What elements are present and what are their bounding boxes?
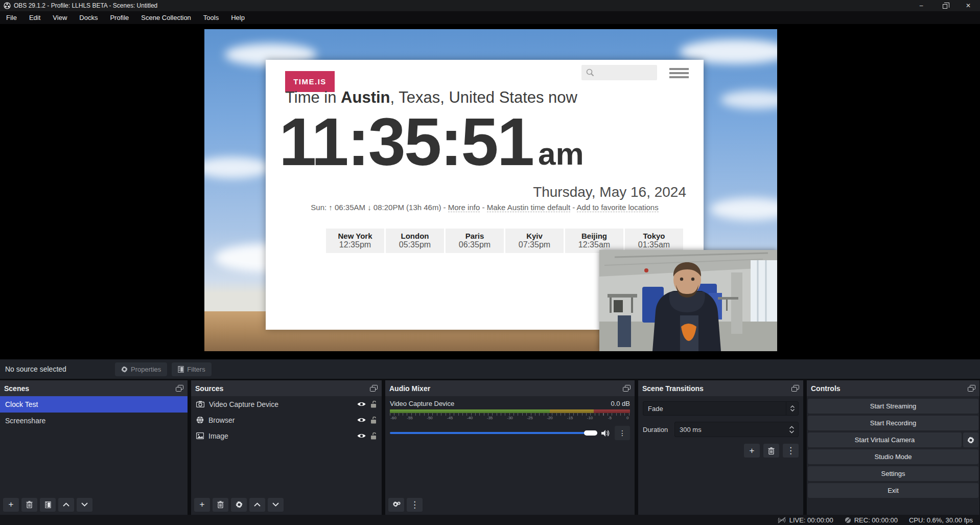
- city-time: 12:35am: [565, 240, 623, 249]
- popout-icon[interactable]: [968, 385, 975, 392]
- source-row-image[interactable]: Image: [191, 428, 382, 444]
- scene-preview[interactable]: TIME.IS Time in Austin, Texas, United St…: [204, 29, 777, 351]
- preview-canvas[interactable]: TIME.IS Time in Austin, Texas, United St…: [0, 24, 980, 359]
- unlock-icon[interactable]: [370, 401, 377, 408]
- source-move-up-button[interactable]: [249, 498, 265, 512]
- dock-area: Scenes Clock Test Screenshare + Sourc: [0, 379, 980, 515]
- menu-file[interactable]: File: [0, 11, 23, 24]
- popout-icon[interactable]: [791, 385, 799, 392]
- source-row-browser[interactable]: Browser: [191, 412, 382, 428]
- popout-icon[interactable]: [623, 385, 631, 392]
- menu-help[interactable]: Help: [225, 11, 251, 24]
- record-inactive-icon: [845, 517, 851, 523]
- virtual-camera-settings-button[interactable]: [963, 432, 978, 447]
- menu-edit[interactable]: Edit: [23, 11, 46, 24]
- scene-move-up-button[interactable]: [58, 498, 74, 512]
- sun-times: Sun: ↑ 06:35AM ↓ 08:20PM (13h 46m): [311, 203, 441, 212]
- volume-slider-handle[interactable]: [584, 430, 597, 436]
- separator: -: [482, 203, 484, 212]
- restore-button[interactable]: [933, 0, 956, 11]
- trash-icon: [768, 447, 775, 454]
- trash-icon: [26, 501, 33, 508]
- heading-city: Austin: [341, 88, 390, 106]
- mixer-options-button[interactable]: ⋮: [615, 426, 630, 440]
- source-row-video-capture[interactable]: Video Capture Device: [191, 396, 382, 412]
- controls-title: Controls: [811, 384, 841, 393]
- add-scene-button[interactable]: +: [3, 498, 19, 512]
- unlock-icon[interactable]: [370, 432, 377, 440]
- city-time: 07:35pm: [505, 240, 564, 249]
- controls-body: Start Streaming Start Recording Start Vi…: [807, 396, 979, 515]
- start-streaming-button[interactable]: Start Streaming: [808, 399, 978, 414]
- rec-time: REC: 00:00:00: [854, 516, 898, 524]
- remove-scene-button[interactable]: [21, 498, 37, 512]
- image-icon: [196, 432, 204, 439]
- scenes-header: Scenes: [0, 380, 188, 396]
- transition-select-arrows[interactable]: [786, 402, 798, 415]
- filters-label: Filters: [187, 366, 205, 373]
- popout-icon[interactable]: [370, 385, 378, 392]
- mixer-menu-button[interactable]: ⋮: [407, 498, 423, 512]
- scene-filters-button[interactable]: [40, 498, 56, 512]
- eye-icon[interactable]: [357, 401, 366, 407]
- chevron-up-icon: [790, 405, 795, 408]
- duration-spinbox[interactable]: 300 ms: [674, 422, 799, 437]
- world-clock-row: New York12:35pm London05:35pm Paris06:35…: [326, 229, 683, 253]
- menu-profile[interactable]: Profile: [104, 11, 135, 24]
- speaker-icon[interactable]: [601, 429, 611, 437]
- minimize-button[interactable]: –: [909, 0, 933, 11]
- city-card: New York12:35pm: [326, 229, 384, 253]
- scene-move-down-button[interactable]: [77, 498, 92, 512]
- settings-button[interactable]: Settings: [808, 466, 978, 481]
- source-toolbar: No source selected Properties Filters: [0, 359, 980, 379]
- spin-up-icon[interactable]: [789, 426, 794, 429]
- source-move-down-button[interactable]: [268, 498, 284, 512]
- menu-scene-collection[interactable]: Scene Collection: [135, 11, 197, 24]
- source-label: Video Capture Device: [209, 400, 353, 408]
- audio-mixer-header: Audio Mixer: [385, 380, 635, 396]
- transition-select[interactable]: Fade: [643, 401, 799, 416]
- separator: -: [444, 203, 446, 212]
- gear-icon: [121, 366, 128, 373]
- start-virtual-camera-button[interactable]: Start Virtual Camera: [808, 432, 962, 447]
- unlock-icon[interactable]: [370, 417, 377, 424]
- source-properties-button[interactable]: [231, 498, 247, 512]
- add-transition-button[interactable]: +: [744, 444, 760, 458]
- city-name: Tokyo: [625, 232, 683, 240]
- menu-view[interactable]: View: [46, 11, 73, 24]
- properties-button[interactable]: Properties: [115, 362, 167, 376]
- remove-source-button[interactable]: [213, 498, 228, 512]
- tick-label: -5: [608, 416, 612, 420]
- heading-prefix: Time in: [285, 88, 341, 106]
- scene-item-clock-test[interactable]: Clock Test: [0, 396, 188, 413]
- city-time: 05:35pm: [386, 240, 444, 249]
- make-default-link: Make Austin time default: [487, 203, 570, 212]
- transition-properties-button[interactable]: ⋮: [783, 444, 799, 458]
- advanced-audio-button[interactable]: [388, 498, 404, 512]
- city-card: London05:35pm: [386, 229, 444, 253]
- hamburger-menu-icon: [669, 68, 689, 78]
- camera-icon: [196, 401, 204, 407]
- gear-icon: [236, 501, 243, 508]
- start-recording-button[interactable]: Start Recording: [808, 416, 978, 430]
- menu-tools[interactable]: Tools: [197, 11, 225, 24]
- close-button[interactable]: ✕: [956, 0, 980, 11]
- scene-item-screenshare[interactable]: Screenshare: [0, 413, 188, 429]
- tick-label: -50: [427, 416, 433, 420]
- studio-mode-button[interactable]: Studio Mode: [808, 449, 978, 464]
- stream-inactive-icon: [777, 517, 786, 523]
- eye-icon[interactable]: [357, 417, 366, 423]
- chevron-down-icon: [790, 409, 795, 412]
- popout-icon[interactable]: [176, 385, 183, 392]
- scenes-panel: Scenes Clock Test Screenshare +: [0, 380, 188, 515]
- spin-down-icon[interactable]: [789, 430, 794, 433]
- eye-icon[interactable]: [357, 433, 366, 439]
- filters-icon: [178, 366, 184, 373]
- menu-docks[interactable]: Docks: [73, 11, 104, 24]
- volume-slider[interactable]: [390, 432, 597, 434]
- exit-button[interactable]: Exit: [808, 483, 978, 498]
- tick-label: -35: [487, 416, 493, 420]
- remove-transition-button[interactable]: [763, 444, 779, 458]
- filters-button[interactable]: Filters: [172, 362, 211, 376]
- add-source-button[interactable]: +: [194, 498, 210, 512]
